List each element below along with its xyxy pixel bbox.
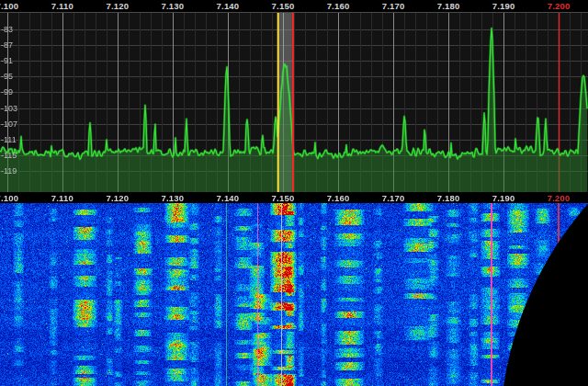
frequency-tick-label: 7.200	[548, 1, 571, 11]
frequency-tick-label: 7.110	[51, 193, 74, 203]
frequency-tick-label: 7.160	[327, 193, 350, 203]
frequency-tick-label: 7.150	[272, 193, 295, 203]
frequency-tick-label: 7.130	[162, 193, 185, 203]
frequency-tick-label: 7.170	[382, 1, 405, 11]
frequency-axis-top: 7.1007.1107.1207.1307.1407.1507.1607.170…	[0, 0, 588, 12]
frequency-tick-label: 7.110	[51, 1, 74, 11]
spectrum-canvas[interactable]	[0, 13, 588, 192]
frequency-tick-label: 7.140	[217, 193, 240, 203]
sdr-panadapter: 7.1007.1107.1207.1307.1407.1507.1607.170…	[0, 0, 588, 386]
frequency-tick-label: 7.180	[437, 1, 460, 11]
frequency-tick-label: 7.190	[492, 193, 515, 203]
waterfall-canvas[interactable]	[0, 203, 588, 386]
spectrum-panel: -83-87-91-95-99-103-107-111-115-119	[0, 12, 588, 192]
frequency-tick-label: 7.100	[0, 1, 18, 11]
frequency-tick-label: 7.150	[272, 1, 295, 11]
frequency-tick-label: 7.180	[437, 193, 460, 203]
frequency-tick-label: 7.100	[0, 193, 18, 203]
frequency-tick-label: 7.120	[106, 1, 129, 11]
frequency-axis-bottom: 7.1007.1107.1207.1307.1407.1507.1607.170…	[0, 192, 588, 203]
frequency-tick-label: 7.130	[162, 1, 185, 11]
frequency-tick-label: 7.200	[548, 193, 571, 203]
frequency-tick-label: 7.170	[382, 193, 405, 203]
frequency-tick-label: 7.190	[492, 1, 515, 11]
frequency-tick-label: 7.140	[217, 1, 240, 11]
frequency-tick-label: 7.160	[327, 1, 350, 11]
frequency-tick-label: 7.120	[106, 193, 129, 203]
waterfall-panel	[0, 203, 588, 386]
